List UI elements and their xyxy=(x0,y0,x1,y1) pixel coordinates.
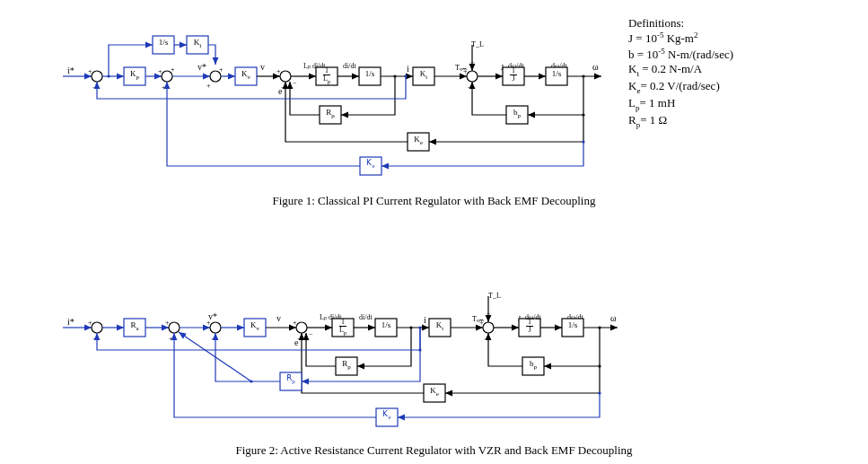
figure-2: i* v* v e i Tₑₘ T_L J ω + − Ra + + + + −… xyxy=(63,292,618,426)
sig-v2: v xyxy=(276,313,281,323)
svg-text:−: − xyxy=(309,330,313,338)
svg-text:+: + xyxy=(276,67,281,75)
svg-point-49 xyxy=(169,322,180,333)
svg-point-36 xyxy=(582,113,584,116)
svg-text:−: − xyxy=(92,335,97,343)
svg-point-80 xyxy=(598,391,601,394)
sig-TL: T_L xyxy=(471,40,484,48)
svg-point-0 xyxy=(92,71,102,82)
definitions-title: Definitions: xyxy=(628,16,817,31)
blk-1s-c: 1/s xyxy=(546,69,567,78)
caption-1: Figure 1: Classical PI Current Regulator… xyxy=(0,194,868,208)
svg-point-45 xyxy=(92,322,102,333)
blk-Keh: K̂e xyxy=(360,158,381,170)
blk-Ki: Ki xyxy=(187,38,208,49)
blk-Rp2: Rp xyxy=(336,359,357,371)
svg-point-15 xyxy=(280,71,291,82)
blk-1s-e: 1/s xyxy=(562,320,583,329)
svg-text:ω: ω xyxy=(610,313,617,323)
blk-Ke2: Ke xyxy=(424,386,445,398)
svg-text:+: + xyxy=(293,319,297,327)
blk-Keh2: K̂e xyxy=(376,409,398,421)
svg-text:+: + xyxy=(158,67,162,75)
svg-text:−: − xyxy=(211,335,215,343)
definitions-items: J = 10-5 Kg-m2b = 10-5 N-m/(rad/sec)Kt =… xyxy=(628,31,817,130)
blk-Rph: R̂p xyxy=(280,373,302,385)
svg-text:−: − xyxy=(484,335,488,343)
definitions-box: Definitions: J = 10-5 Kg-m2b = 10-5 N-m/… xyxy=(628,16,817,130)
svg-point-84 xyxy=(250,380,252,382)
svg-text:di/dt: di/dt xyxy=(359,313,373,321)
definitions-item: b = 10-5 N-m/(rad/sec) xyxy=(628,47,817,63)
sig-i2: i xyxy=(424,315,426,325)
svg-text:+: + xyxy=(162,83,166,92)
definitions-item: J = 10-5 Kg-m2 xyxy=(628,31,817,47)
sig-v: v xyxy=(260,62,265,72)
svg-point-57 xyxy=(296,322,307,333)
blk-Ra: Ra xyxy=(124,320,145,332)
svg-text:+: + xyxy=(463,67,468,75)
svg-point-26 xyxy=(467,71,478,82)
blk-1Lp: 1Lp xyxy=(316,67,338,84)
svg-text:+: + xyxy=(206,319,211,327)
svg-text:−: − xyxy=(92,83,97,92)
blk-Ke: Ke xyxy=(408,135,429,146)
svg-text:+: + xyxy=(165,319,170,327)
blk-1s-d: 1/s xyxy=(375,320,397,329)
sig-omega: ω xyxy=(592,62,599,72)
blk-1Lp2: 1Lp xyxy=(332,319,354,336)
svg-text:di/dt: di/dt xyxy=(343,62,356,70)
sig-istar2: i* xyxy=(67,317,75,327)
svg-point-78 xyxy=(598,364,601,367)
svg-text:T_L: T_L xyxy=(488,292,501,300)
svg-text:+: + xyxy=(479,319,484,327)
svg-text:+: + xyxy=(88,67,92,75)
caption-2: Figure 2: Active Resistance Current Regu… xyxy=(0,443,868,458)
svg-point-85 xyxy=(418,348,421,351)
svg-text:−: − xyxy=(293,79,297,87)
svg-text:+: + xyxy=(171,66,175,74)
definitions-item: Rp= 1 Ω xyxy=(628,113,817,130)
svg-text:+: + xyxy=(206,82,211,90)
blk-1s-a: 1/s xyxy=(153,38,174,47)
blk-Kt: Kt xyxy=(413,69,434,81)
blk-1J: 1J xyxy=(503,67,524,83)
definitions-item: Lp= 1 mH xyxy=(628,96,817,113)
blk-Kv2: Kv xyxy=(244,320,266,332)
blk-bp: bp xyxy=(506,108,528,119)
svg-point-40 xyxy=(404,74,407,77)
blk-Kp: Kp xyxy=(124,69,145,81)
svg-point-53 xyxy=(210,322,221,333)
svg-text:+: + xyxy=(169,335,173,343)
svg-point-38 xyxy=(582,140,584,143)
svg-text:+: + xyxy=(88,319,92,327)
sig-vstar: v* xyxy=(197,62,206,72)
blk-bp2: bp xyxy=(522,359,544,371)
blk-Kv: Kv xyxy=(235,69,257,81)
svg-text:−: − xyxy=(468,83,472,92)
sig-istar: i* xyxy=(67,66,75,75)
definitions-item: Kt = 0.2 N-m/A xyxy=(628,62,817,79)
blk-Kt2: Kt xyxy=(429,320,451,332)
svg-text:−: − xyxy=(281,83,285,92)
svg-text:−: − xyxy=(297,335,302,343)
sig-i: i xyxy=(407,64,409,74)
figure-1: i* v* v e i Tₑₘ T_L J ω + − 1/s Ki Kp + … xyxy=(63,36,601,175)
blk-1s-b: 1/s xyxy=(359,69,381,78)
svg-point-68 xyxy=(483,322,494,333)
definitions-item: Ke= 0.2 V/(rad/sec) xyxy=(628,79,817,96)
svg-text:+: + xyxy=(219,66,224,74)
svg-text:dω/dt: dω/dt xyxy=(525,313,541,321)
blk-Rp: Rp xyxy=(320,108,341,119)
